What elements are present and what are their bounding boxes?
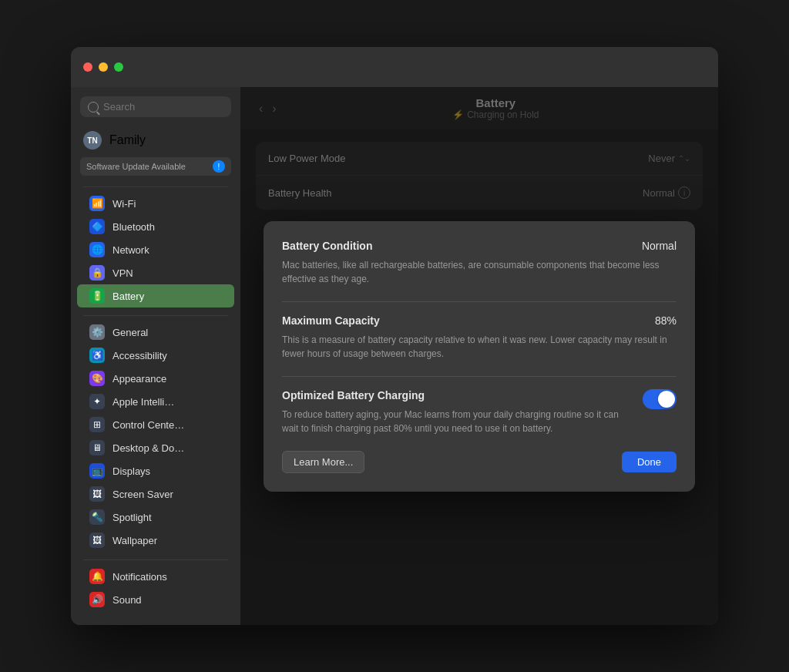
sidebar-item-notifications[interactable]: 🔔 Notifications [77,565,234,588]
avatar: TN [83,131,102,150]
optimized-charging-content: Optimized Battery Charging To reduce bat… [282,389,630,435]
maximum-capacity-desc: This is a measure of battery capacity re… [282,333,677,361]
sidebar-item-label-wallpaper: Wallpaper [112,535,157,546]
sidebar-item-accessibility[interactable]: ♿ Accessibility [77,344,234,367]
sidebar-item-desktop[interactable]: 🖥 Desktop & Do… [77,436,234,459]
modal-divider-2 [282,376,677,377]
minimize-button[interactable] [99,62,108,72]
software-update-label: Software Update Available [86,162,186,171]
sidebar-item-displays[interactable]: 📺 Displays [77,459,234,482]
sidebar-item-wallpaper[interactable]: 🖼 Wallpaper [77,529,234,552]
sidebar-item-label-bluetooth: Bluetooth [112,221,155,233]
titlebar [71,47,718,87]
battery-condition-desc: Mac batteries, like all rechargeable bat… [282,258,677,286]
main-window: TN Family Software Update Available ! 📶 … [71,47,718,625]
maximum-capacity-title: Maximum Capacity [282,314,380,327]
sidebar-item-bluetooth[interactable]: 🔷 Bluetooth [77,215,234,238]
optimized-charging-title: Optimized Battery Charging [282,389,630,402]
sidebar-item-label-spotlight: Spotlight [112,512,152,523]
learn-more-button[interactable]: Learn More... [282,451,364,473]
general-icon: ⚙️ [89,324,105,340]
maximize-button[interactable] [114,62,123,72]
sidebar-item-general[interactable]: ⚙️ General [77,321,234,344]
sidebar: TN Family Software Update Available ! 📶 … [71,87,240,625]
sound-icon: 🔊 [89,592,105,607]
sidebar-item-label-wifi: Wi-Fi [112,198,136,210]
wifi-icon: 📶 [89,196,105,211]
appearance-icon: 🎨 [89,371,105,386]
sidebar-item-label-appearance: Appearance [112,373,166,385]
battery-condition-section: Battery Condition Normal Mac batteries, … [282,240,677,286]
sidebar-item-family[interactable]: TN Family [71,126,240,154]
battery-condition-header: Battery Condition Normal [282,240,677,252]
sidebar-item-network[interactable]: 🌐 Network [77,238,234,261]
optimized-charging-toggle[interactable] [643,389,677,409]
sidebar-item-spotlight[interactable]: 🔦 Spotlight [77,506,234,529]
battery-condition-value: Normal [642,240,677,252]
sidebar-item-wifi[interactable]: 📶 Wi-Fi [77,192,234,215]
optimized-charging-section: Optimized Battery Charging To reduce bat… [282,389,677,435]
sidebar-section-system: ⚙️ General ♿ Accessibility 🎨 Appearance … [71,321,240,552]
sidebar-item-label-network: Network [112,244,149,256]
notifications-icon: 🔔 [89,569,105,584]
sidebar-item-label-displays: Displays [112,465,150,477]
wallpaper-icon: 🖼 [89,533,105,548]
battery-condition-title: Battery Condition [282,240,372,252]
sidebar-item-label-vpn: VPN [112,267,133,279]
sidebar-divider-2 [83,315,228,316]
done-button[interactable]: Done [622,452,677,472]
optimized-charging-desc: To reduce battery aging, your Mac learns… [282,408,630,435]
sidebar-section-other: 🔔 Notifications 🔊 Sound [71,565,240,611]
accessibility-icon: ♿ [89,348,105,363]
sidebar-item-label-screen-saver: Screen Saver [112,489,173,500]
control-center-icon: ⊞ [89,417,105,432]
search-icon [88,102,99,113]
search-box[interactable] [80,96,231,117]
spotlight-icon: 🔦 [89,509,105,525]
battery-icon: 🔋 [89,288,105,304]
sidebar-item-label-desktop: Desktop & Do… [112,442,184,454]
close-button[interactable] [83,62,92,72]
desktop-icon: 🖥 [89,440,105,455]
sidebar-item-appearance[interactable]: 🎨 Appearance [77,367,234,390]
sidebar-divider-1 [83,186,228,187]
sidebar-divider-3 [83,559,228,560]
battery-health-modal: Battery Condition Normal Mac batteries, … [264,221,695,492]
toggle-knob [658,391,675,408]
maximum-capacity-section: Maximum Capacity 88% This is a measure o… [282,314,677,361]
maximum-capacity-header: Maximum Capacity 88% [282,314,677,327]
family-label: Family [109,133,146,147]
sidebar-item-control-center[interactable]: ⊞ Control Cente… [77,413,234,436]
sidebar-item-label-control-center: Control Cente… [112,419,184,431]
bluetooth-icon: 🔷 [89,219,105,234]
apple-intelligence-icon: ✦ [89,394,105,409]
main-content: ‹ › Battery ⚡ Charging on Hold Low Power… [240,87,718,625]
vpn-icon: 🔒 [89,265,105,281]
screen-saver-icon: 🖼 [89,486,105,502]
modal-overlay: Battery Condition Normal Mac batteries, … [240,87,718,625]
sidebar-item-label-accessibility: Accessibility [112,350,167,361]
sidebar-item-label-apple-intelligence: Apple Intelli… [112,396,174,408]
optimized-charging-row: Optimized Battery Charging To reduce bat… [282,389,677,435]
sidebar-item-label-sound: Sound [112,594,142,606]
sidebar-item-sound[interactable]: 🔊 Sound [77,588,234,611]
sidebar-item-vpn[interactable]: 🔒 VPN [77,261,234,284]
traffic-lights [83,62,123,72]
window-body: TN Family Software Update Available ! 📶 … [71,87,718,625]
modal-buttons: Learn More... Done [282,451,677,473]
modal-divider-1 [282,301,677,302]
maximum-capacity-value: 88% [655,314,677,327]
network-icon: 🌐 [89,242,105,257]
software-update-bar[interactable]: Software Update Available ! [80,157,231,176]
sidebar-item-battery[interactable]: 🔋 Battery [77,284,234,307]
search-input[interactable] [103,101,223,113]
sidebar-item-screen-saver[interactable]: 🖼 Screen Saver [77,482,234,506]
sidebar-item-label-general: General [112,327,148,338]
displays-icon: 📺 [89,463,105,479]
update-badge: ! [213,160,225,173]
sidebar-item-label-battery: Battery [112,291,144,302]
sidebar-section-network: 📶 Wi-Fi 🔷 Bluetooth 🌐 Network 🔒 VPN 🔋 [71,192,240,307]
sidebar-item-apple-intelligence[interactable]: ✦ Apple Intelli… [77,390,234,413]
sidebar-item-label-notifications: Notifications [112,571,167,583]
